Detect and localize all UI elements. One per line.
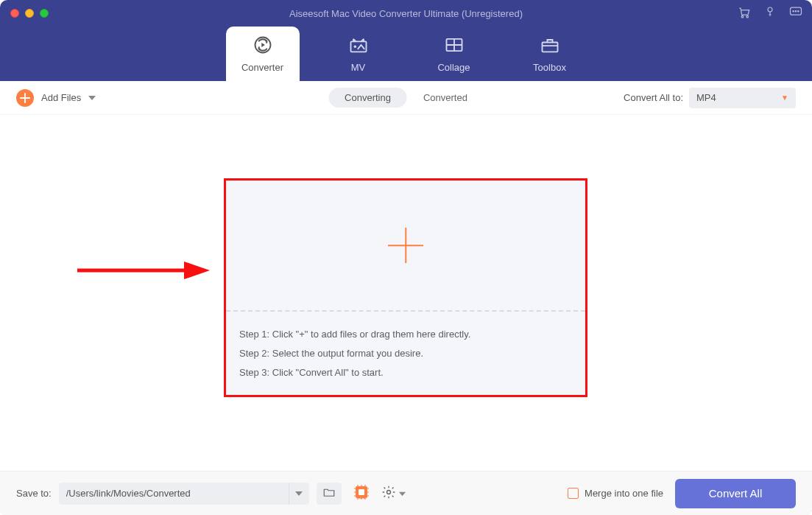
tab-label: MV: [351, 62, 366, 73]
merge-checkbox[interactable]: Merge into one file: [568, 488, 663, 499]
instructions: Step 1: Click "+" to add files or drag t…: [226, 312, 585, 382]
convert-all-button[interactable]: Convert All: [675, 479, 796, 508]
gear-icon: [381, 485, 396, 502]
svg-marker-21: [399, 491, 406, 495]
tab-toolbox[interactable]: Toolbox: [513, 27, 587, 81]
collage-icon: [444, 35, 465, 57]
format-selected-value: MP4: [696, 92, 716, 103]
svg-marker-16: [295, 491, 303, 496]
toolbar: Add Files Converting Converted Convert A…: [0, 81, 812, 115]
svg-text:ON: ON: [358, 495, 364, 500]
save-path-dropdown[interactable]: [289, 483, 309, 505]
svg-point-1: [746, 15, 749, 17]
save-to-label: Save to:: [16, 488, 52, 499]
open-folder-button[interactable]: [317, 483, 342, 505]
convert-icon: [253, 35, 273, 57]
toolbox-icon: [540, 35, 560, 57]
segment-converting[interactable]: Converting: [328, 88, 407, 108]
instructions-step: Step 1: Click "+" to add files or drag t…: [239, 325, 572, 344]
chip-icon: ON: [352, 483, 371, 505]
svg-point-4: [793, 11, 794, 12]
svg-point-20: [386, 490, 390, 494]
key-icon[interactable]: [763, 5, 777, 21]
window-minimize-button[interactable]: [25, 9, 34, 18]
segment-converted[interactable]: Converted: [407, 88, 484, 108]
plus-icon: [388, 228, 423, 263]
main-area: Step 1: Click "+" to add files or drag t…: [7, 115, 805, 471]
conversion-status-toggle: Converting Converted: [328, 88, 484, 108]
svg-marker-13: [88, 96, 96, 100]
svg-rect-9: [350, 41, 366, 52]
svg-marker-15: [184, 262, 210, 279]
save-path-input[interactable]: [59, 488, 289, 499]
add-files-button[interactable]: Add Files: [16, 89, 96, 107]
chevron-down-icon: [399, 487, 406, 500]
feedback-icon[interactable]: [788, 4, 803, 22]
instructions-step: Step 2: Select the output format you des…: [239, 344, 572, 363]
settings-button[interactable]: [381, 485, 406, 502]
merge-label: Merge into one file: [585, 488, 663, 499]
svg-rect-18: [359, 489, 364, 495]
titlebar: Aiseesoft Mac Video Converter Ultimate (…: [0, 0, 812, 27]
folder-icon: [322, 486, 336, 502]
svg-point-2: [768, 7, 772, 12]
tab-collage[interactable]: Collage: [417, 27, 491, 81]
output-format-select[interactable]: MP4 ▼: [689, 88, 796, 108]
chevron-down-icon: ▼: [781, 94, 788, 102]
annotation-arrow: [74, 259, 213, 284]
tab-label: Toolbox: [533, 62, 566, 73]
window-zoom-button[interactable]: [40, 9, 49, 18]
svg-point-0: [741, 15, 744, 17]
svg-marker-8: [261, 43, 265, 47]
tab-label: Collage: [437, 62, 470, 73]
plus-icon: [16, 89, 34, 107]
gpu-accel-button[interactable]: ON: [349, 483, 374, 505]
cart-icon[interactable]: [737, 4, 752, 22]
window-close-button[interactable]: [10, 9, 19, 18]
main-tabs: Converter MV Collage: [0, 27, 812, 81]
convert-all-to-label: Convert All to:: [624, 92, 683, 103]
svg-rect-12: [542, 43, 557, 52]
checkbox-box: [568, 488, 579, 499]
save-path-field: [59, 483, 309, 505]
mv-icon: [348, 35, 369, 57]
tab-label: Converter: [241, 62, 283, 73]
svg-point-5: [795, 11, 796, 12]
tab-mv[interactable]: MV: [322, 27, 395, 81]
drop-zone-add[interactable]: [226, 181, 585, 312]
instructions-step: Step 3: Click "Convert All" to start.: [239, 363, 572, 382]
window-title: Aiseesoft Mac Video Converter Ultimate (…: [0, 8, 812, 19]
drop-zone[interactable]: Step 1: Click "+" to add files or drag t…: [224, 178, 587, 397]
footer-bar: Save to: ON: [0, 471, 812, 515]
svg-point-10: [353, 46, 356, 49]
tab-converter[interactable]: Converter: [226, 27, 300, 81]
add-files-label: Add Files: [41, 92, 81, 103]
chevron-down-icon[interactable]: [88, 91, 96, 105]
svg-point-6: [798, 11, 799, 12]
